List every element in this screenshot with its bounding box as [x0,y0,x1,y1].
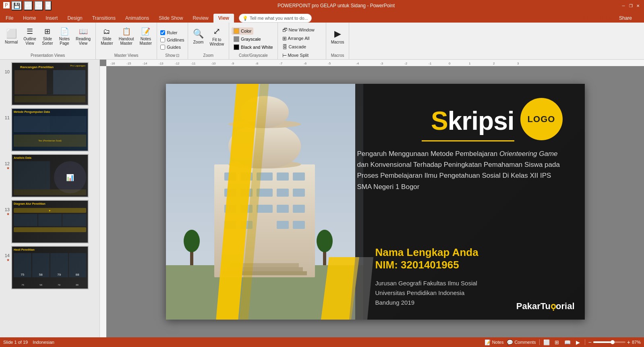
slide-number-11: 11 [2,108,10,120]
language-label: Indonesian [33,340,54,345]
svg-text:-7: -7 [280,62,283,65]
svg-rect-46 [277,221,289,229]
tab-animations[interactable]: Animations [120,14,154,23]
grayscale-swatch [234,36,239,42]
redo-btn[interactable]: ↪ [34,1,43,10]
slide-sorter-btn[interactable]: ⊞ SlideSorter [39,24,56,48]
canvas-area[interactable]: LOGO Skripsi Pengaruh Menggunaan Metode … [106,66,644,337]
slide-thumb-10[interactable]: Rancangan Penelitian Pro Lapangan [11,62,89,106]
zoom-fill [593,341,613,343]
reading-view-btn[interactable]: 📖 ReadingView [73,24,93,48]
tab-view[interactable]: View [213,14,234,23]
slide-number-12: 12 ★ [2,154,10,170]
status-right: 📝 Notes 💬 Comments ⬜ ⊞ 📖 ▶ − + 87% [485,339,641,346]
svg-text:-2: -2 [404,62,408,65]
slide-number-14: 14 ★ [2,246,10,262]
svg-text:-5: -5 [328,62,331,65]
ruler-checkbox[interactable]: Ruler [159,30,178,35]
tab-design[interactable]: Design [62,14,87,23]
slide-thumb-12[interactable]: Analisis Data 📊 [11,154,89,197]
minimize-btn[interactable]: ─ [621,3,626,8]
svg-text:-1: -1 [429,62,432,65]
move-split-btn[interactable]: ⊢Move Split [280,51,311,59]
cascade-btn[interactable]: 🗄Cascade [280,43,308,51]
svg-text:-4: -4 [356,62,359,65]
outline-view-btn[interactable]: ☰ OutlineView [21,24,39,48]
slide-canvas: LOGO Skripsi Pengaruh Menggunaan Metode … [166,84,585,320]
normal-view-btn[interactable]: ⬜ Normal [2,24,20,48]
svg-rect-37 [277,189,289,197]
tab-transitions[interactable]: Transitions [87,14,120,23]
zoom-btn[interactable]: 🔍 Zoom [191,24,207,48]
svg-rect-21 [100,66,106,337]
slide-item-14[interactable]: 14 ★ Hasil Penelitian 75 58 79 [0,245,99,290]
ruler-h-svg: -16 -15 -14 -13 -12 -11 -10 -9 -8 -7 -6 … [106,60,644,66]
gridlines-checkbox[interactable]: Gridlines [159,37,185,43]
slide-thumb-14[interactable]: Hasil Penelitian 75 58 79 88 [11,246,89,289]
tab-slideshow[interactable]: Slide Show [154,14,188,23]
user-area: Sukma Naga Share [580,14,639,22]
share-button[interactable]: Share [615,14,636,22]
slide-item-12[interactable]: 12 ★ Analisis Data 📊 [0,153,99,198]
arrange-all-btn[interactable]: ⊞Arrange All [280,34,312,42]
slide-item-13[interactable]: 13 ★ Diagram Alur Penelitian ▶ [0,199,99,244]
zoom-in-btn[interactable]: + [627,339,630,345]
svg-text:2: 2 [493,62,495,65]
handout-master-btn[interactable]: 📋 HandoutMaster [116,24,137,48]
svg-rect-47 [293,221,305,229]
new-window-btn[interactable]: 🗗New Window [280,26,317,34]
title-s: S [431,106,448,135]
reading-view-status-btn[interactable]: 📖 [564,339,571,346]
zoom-icon: 🔍 [193,29,204,39]
fit-to-window-btn[interactable]: ⤢ Fit toWindow [207,24,227,48]
ribbon-group-presentation-views: ⬜ Normal ☰ OutlineView ⊞ SlideSorter 📄 N… [0,23,96,59]
slide-item-11[interactable]: 11 Metode Pengumpulan Data Tes (Pemberia… [0,107,99,152]
ruler-v-svg [100,66,106,337]
cascade-icon: 🗄 [282,44,288,50]
slide-item-10[interactable]: 10 Rancangan Penelitian Pro Lapangan [0,61,99,106]
tab-review[interactable]: Review [188,14,213,23]
slide-thumb-11[interactable]: Metode Pengumpulan Data Tes (Pemberian S… [11,108,89,152]
slide-title: Skripsi [431,106,514,136]
tab-file[interactable]: File [1,14,18,23]
svg-rect-32 [277,172,289,181]
zoom-slider[interactable] [593,341,625,343]
ribbon-group-show: Ruler Gridlines Guides Show ⊡ [157,23,188,59]
color-option[interactable]: Color [232,27,253,35]
slideshow-status-btn[interactable]: ▶ [574,339,582,346]
macros-btn[interactable]: ▶ Macros [329,24,347,48]
notes-master-btn[interactable]: 📝 NotesMaster [137,24,155,48]
powerpoint-logo-icon: 🅿 [3,2,10,9]
tab-insert[interactable]: Insert [41,14,62,23]
ribbon-tabs: File Home Insert Design Transitions Anim… [0,11,644,23]
student-nim: NIM: 3201401965 [375,259,573,271]
save-quick-btn[interactable]: 💾 [11,1,22,10]
ribbon-group-master-views: 🗂 SlideMaster 📋 HandoutMaster 📝 NotesMas… [96,23,157,59]
svg-text:3: 3 [517,62,519,65]
black-white-option[interactable]: Black and White [232,44,275,51]
show-expand-icon[interactable]: ⊡ [176,53,179,58]
grayscale-option[interactable]: Grayscale [232,35,263,43]
guides-checkbox[interactable]: Guides [159,44,182,50]
restore-btn[interactable]: ❐ [628,3,634,8]
user-name: Sukma Naga [583,15,612,21]
svg-text:-11: -11 [191,62,196,65]
notes-btn[interactable]: 📝 Notes [485,339,504,345]
ribbon-group-color: Color Grayscale Black and White Color/Gr… [229,23,277,59]
notes-page-btn[interactable]: 📄 NotesPage [56,24,72,48]
more-quick-btn[interactable]: ▾ [45,1,52,10]
tab-home[interactable]: Home [18,14,41,23]
close-btn[interactable]: ✕ [635,3,641,8]
zoom-out-btn[interactable]: − [588,339,592,345]
undo-btn[interactable]: ↩ [24,1,33,10]
normal-view-status-btn[interactable]: ⬜ [543,339,550,346]
tell-me-bar[interactable]: 💡 Tell me what you want to do... [239,14,312,23]
slide-master-btn[interactable]: 🗂 SlideMaster [98,24,116,48]
ribbon: ⬜ Normal ☰ OutlineView ⊞ SlideSorter 📄 N… [0,23,644,60]
slide-thumb-13[interactable]: Diagram Alur Penelitian ▶ [11,200,89,243]
zoom-thumb[interactable] [611,340,615,344]
sorter-view-status-btn[interactable]: ⊞ [553,339,561,346]
comments-btn[interactable]: 💬 Comments [507,339,536,345]
ribbon-group-zoom: 🔍 Zoom ⤢ Fit toWindow Zoom [188,23,230,59]
zoom-controls: − + 87% [588,339,641,345]
